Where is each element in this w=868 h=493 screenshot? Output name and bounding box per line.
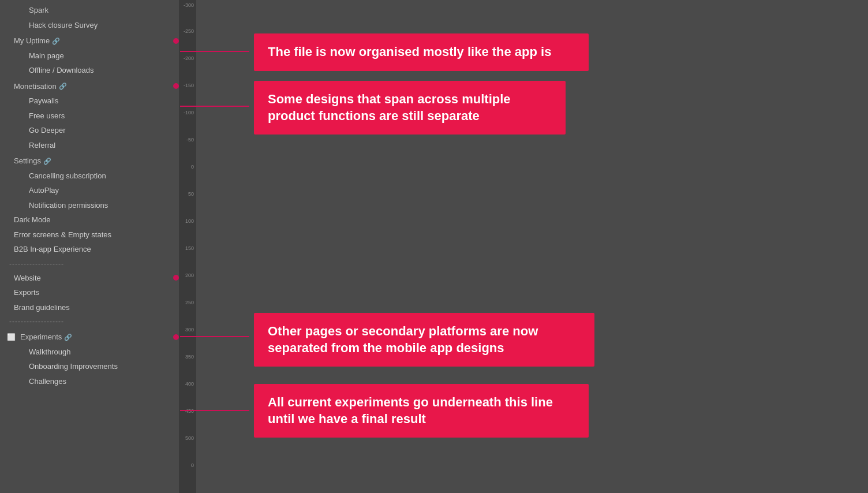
connector-1 bbox=[180, 51, 249, 52]
sidebar-item-go-deeper[interactable]: Go Deeper bbox=[0, 123, 185, 138]
callout-organised: The file is now organised mostly like th… bbox=[254, 33, 589, 71]
sidebar-item-main-page[interactable]: Main page bbox=[0, 48, 185, 64]
connector-3 bbox=[180, 336, 249, 337]
sidebar-item-brand[interactable]: Brand guidelines bbox=[0, 300, 185, 315]
callout-experiments: All current experiments go underneath th… bbox=[254, 384, 589, 438]
pin-icon-experiments: 🔗 bbox=[64, 333, 72, 342]
pin-icon-monetisation: 🔗 bbox=[59, 81, 67, 91]
sidebar-item-dark-mode[interactable]: Dark Mode bbox=[0, 212, 185, 227]
sidebar-item-exports[interactable]: Exports bbox=[0, 285, 185, 300]
sidebar-item-hack-closure[interactable]: Hack closure Survey bbox=[0, 18, 185, 33]
ruler-tick: 0 bbox=[191, 463, 194, 468]
ruler-tick: 200 bbox=[185, 273, 194, 278]
ruler-tick: 50 bbox=[188, 192, 194, 197]
ruler-tick: -200 bbox=[184, 56, 194, 61]
separator-1: ------------------- bbox=[0, 257, 185, 271]
connector-4 bbox=[180, 410, 249, 411]
sidebar-item-autoplay[interactable]: AutoPlay bbox=[0, 183, 185, 198]
main-content: The file is now organised mostly like th… bbox=[196, 0, 868, 493]
sidebar-item-walkthrough[interactable]: Walkthrough bbox=[0, 345, 185, 360]
ruler-tick: -150 bbox=[184, 83, 194, 88]
sidebar-item-b2b[interactable]: B2B In-app Experience bbox=[0, 242, 185, 257]
ruler-tick: -250 bbox=[184, 29, 194, 34]
ruler-tick: 350 bbox=[185, 354, 194, 360]
sidebar-item-settings[interactable]: Settings 🔗 bbox=[0, 154, 185, 169]
sidebar-item-my-uptime[interactable]: My Uptime 🔗 bbox=[0, 33, 185, 48]
sidebar: Spark Hack closure Survey My Uptime 🔗 Ma… bbox=[0, 0, 185, 493]
sidebar-item-onboarding[interactable]: Onboarding Improvements bbox=[0, 359, 185, 374]
ruler-tick: 300 bbox=[185, 327, 194, 333]
sidebar-item-cancelling[interactable]: Cancelling subscription bbox=[0, 169, 185, 184]
sidebar-item-error-screens[interactable]: Error screens & Empty states bbox=[0, 227, 185, 242]
ruler-tick: 400 bbox=[185, 382, 194, 387]
sidebar-item-website[interactable]: Website bbox=[0, 271, 185, 286]
separator-2: ------------------- bbox=[0, 315, 185, 328]
pin-icon: 🔗 bbox=[52, 36, 60, 46]
ruler-tick: 150 bbox=[185, 246, 194, 251]
sidebar-item-paywalls[interactable]: Paywalls bbox=[0, 94, 185, 109]
ruler-tick: 250 bbox=[185, 300, 194, 305]
ruler-tick: 500 bbox=[185, 436, 194, 441]
ruler-tick: 100 bbox=[185, 219, 194, 224]
callout-separate: Some designs that span across multiple p… bbox=[254, 81, 566, 135]
sidebar-item-free-users[interactable]: Free users bbox=[0, 109, 185, 124]
sidebar-dot-monetisation bbox=[173, 83, 179, 89]
connector-2 bbox=[180, 106, 249, 107]
sidebar-item-referral[interactable]: Referral bbox=[0, 138, 185, 153]
sidebar-item-challenges[interactable]: Challenges bbox=[0, 374, 185, 389]
sidebar-item-spark[interactable]: Spark bbox=[0, 3, 185, 18]
sidebar-dot-experiments bbox=[173, 334, 179, 340]
ruler-tick: 0 bbox=[191, 165, 194, 170]
sidebar-item-offline[interactable]: Offline / Downloads bbox=[0, 63, 185, 78]
sidebar-dot-my-uptime bbox=[173, 38, 179, 44]
ruler-tick: -300 bbox=[184, 3, 194, 8]
ruler-tick: -100 bbox=[184, 110, 194, 115]
sidebar-dot-website bbox=[173, 275, 179, 281]
sidebar-item-experiments[interactable]: ⬜ Experiments 🔗 bbox=[0, 330, 185, 345]
sidebar-item-monetisation[interactable]: Monetisation 🔗 bbox=[0, 79, 185, 94]
ruler-tick: -50 bbox=[186, 137, 194, 143]
experiments-icon: ⬜ bbox=[7, 332, 16, 342]
pin-icon-settings: 🔗 bbox=[43, 156, 51, 166]
sidebar-item-notification[interactable]: Notification permissions bbox=[0, 198, 185, 213]
ruler: -300 -250 -200 -150 -100 -50 0 50 100 15… bbox=[179, 0, 196, 493]
callout-other-pages: Other pages or secondary platforms are n… bbox=[254, 313, 594, 367]
